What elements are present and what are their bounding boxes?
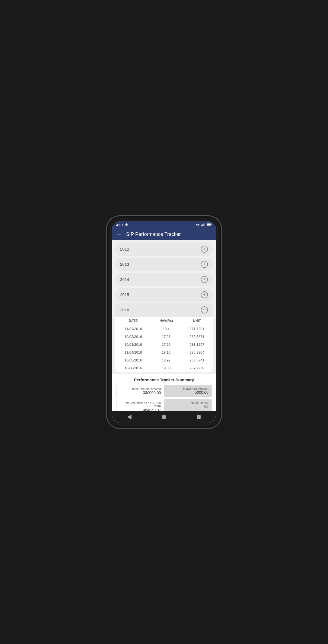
valuation-label: Total valuation as on 30 Jun 2016 xyxy=(120,401,161,408)
accordion-item-2014: 2014 + xyxy=(115,273,213,286)
collapse-icon-2016: − xyxy=(201,306,208,313)
nav-bar xyxy=(112,411,216,423)
expand-icon-2015: + xyxy=(201,291,208,298)
cell-unit-1: 289.6871 xyxy=(181,333,213,341)
table-2016: DATE NAV(Rs) UNIT 11/01/201618.4271.7391… xyxy=(115,317,213,372)
data-table-2016: DATE NAV(Rs) UNIT 11/01/201618.4271.7391… xyxy=(115,317,213,372)
accordion-header-2015[interactable]: 2015 + xyxy=(115,288,213,302)
accordion-item-2015: 2015 + xyxy=(115,288,213,302)
accordion-item-2013: 2013 + xyxy=(115,258,213,271)
recents-nav-icon xyxy=(197,415,201,419)
status-bar: 4:07 ⚙ xyxy=(112,221,216,229)
year-label-2012: 2012 xyxy=(120,247,129,251)
summary-title: Performance Tracker Summary xyxy=(116,377,212,382)
back-nav-icon xyxy=(127,415,131,419)
valuation-value: 484068.97 xyxy=(143,408,161,411)
cell-date-5: 10/06/2016 xyxy=(115,364,151,372)
cell-unit-2: 283.1257 xyxy=(181,341,213,348)
col-header-nav: NAV(Rs) xyxy=(151,317,181,325)
svg-rect-6 xyxy=(207,224,210,226)
accordion-item-2016: 2016 − DATE NAV(Rs) UNIT xyxy=(115,303,213,372)
installment-value: 5000.00 xyxy=(195,390,208,395)
accordion-header-2016[interactable]: 2016 − xyxy=(115,303,213,317)
phone-frame: 4:07 ⚙ xyxy=(107,216,221,428)
col-header-unit: UNIT xyxy=(181,317,213,325)
cell-nav-2: 17.66 xyxy=(151,341,181,348)
summary-cell-valuation: Total valuation as on 30 Jun 2016 484068… xyxy=(116,399,164,411)
expand-icon-2012: + xyxy=(201,246,208,253)
invested-value: 330000.00 xyxy=(143,390,161,395)
col-header-date: DATE xyxy=(115,317,151,325)
battery-icon xyxy=(207,223,212,226)
signal-icon xyxy=(201,223,205,226)
cell-nav-1: 17.26 xyxy=(151,333,181,341)
status-left: 4:07 ⚙ xyxy=(116,223,128,227)
cell-unit-0: 271.7391 xyxy=(181,325,213,333)
table-row: 11/04/201618.16275.3304 xyxy=(115,348,213,356)
table-row: 10/06/201619.38257.9979 xyxy=(115,364,213,372)
time-display: 4:07 xyxy=(116,223,123,227)
months-value: 66 xyxy=(204,404,208,409)
summary-row-1: Total Amount Invested 330000.00 Installm… xyxy=(116,385,212,397)
year-label-2013: 2013 xyxy=(120,262,129,267)
summary-section: Performance Tracker Summary Total Amount… xyxy=(112,374,216,411)
invested-label: Total Amount Invested xyxy=(131,387,161,390)
svg-rect-5 xyxy=(211,224,211,225)
cell-unit-3: 275.3304 xyxy=(181,348,213,356)
cell-nav-3: 18.16 xyxy=(151,348,181,356)
accordion-header-2012[interactable]: 2012 + xyxy=(115,242,213,256)
table-row: 10/05/201618.97263.5741 xyxy=(115,356,213,364)
svg-rect-1 xyxy=(202,224,203,226)
cell-nav-4: 18.97 xyxy=(151,356,181,364)
cell-unit-4: 263.5741 xyxy=(181,356,213,364)
content-area: 2012 + 2013 + 2014 + xyxy=(112,240,216,411)
cell-date-2: 10/03/2016 xyxy=(115,341,151,348)
year-label-2015: 2015 xyxy=(120,292,129,297)
summary-cell-invested: Total Amount Invested 330000.00 xyxy=(116,385,164,397)
table-row: 11/01/201618.4271.7391 xyxy=(115,325,213,333)
cell-date-0: 11/01/2016 xyxy=(115,325,151,333)
months-label: No of months xyxy=(191,401,208,404)
recents-nav-button[interactable] xyxy=(196,414,201,420)
year-label-2014: 2014 xyxy=(120,277,129,282)
summary-row-2: Total valuation as on 30 Jun 2016 484068… xyxy=(116,399,212,411)
accordion-list: 2012 + 2013 + 2014 + xyxy=(112,240,216,374)
home-nav-icon xyxy=(162,415,166,419)
accordion-header-2014[interactable]: 2014 + xyxy=(115,273,213,286)
summary-cell-installment: Installment Amount 5000.00 xyxy=(164,385,212,397)
accordion-item-2012: 2012 + xyxy=(115,242,213,256)
phone-screen: 4:07 ⚙ xyxy=(112,221,216,423)
settings-icon: ⚙ xyxy=(125,223,128,227)
accordion-header-2013[interactable]: 2013 + xyxy=(115,258,213,271)
svg-rect-2 xyxy=(203,224,204,226)
back-button[interactable]: ← xyxy=(116,231,122,238)
status-right xyxy=(195,223,212,226)
year-label-2016: 2016 xyxy=(120,307,129,312)
cell-nav-5: 19.38 xyxy=(151,364,181,372)
cell-nav-0: 18.4 xyxy=(151,325,181,333)
cell-date-1: 10/02/2016 xyxy=(115,333,151,341)
wifi-icon xyxy=(195,223,200,226)
page-title: SIP Performance Tracker xyxy=(126,232,181,237)
expand-icon-2013: + xyxy=(201,261,208,268)
table-row: 10/02/201617.26289.6871 xyxy=(115,333,213,341)
svg-rect-0 xyxy=(201,225,202,226)
cell-date-3: 11/04/2016 xyxy=(115,348,151,356)
table-row: 10/03/201617.66283.1257 xyxy=(115,341,213,348)
summary-cell-months: No of months 66 xyxy=(164,399,212,411)
cell-date-4: 10/05/2016 xyxy=(115,356,151,364)
expand-icon-2014: + xyxy=(201,276,208,283)
back-nav-button[interactable] xyxy=(127,414,132,420)
installment-label: Installment Amount xyxy=(183,387,208,390)
home-nav-button[interactable] xyxy=(161,414,167,420)
svg-rect-3 xyxy=(204,223,205,226)
top-bar: ← SIP Performance Tracker xyxy=(112,229,216,240)
cell-unit-5: 257.9979 xyxy=(181,364,213,372)
